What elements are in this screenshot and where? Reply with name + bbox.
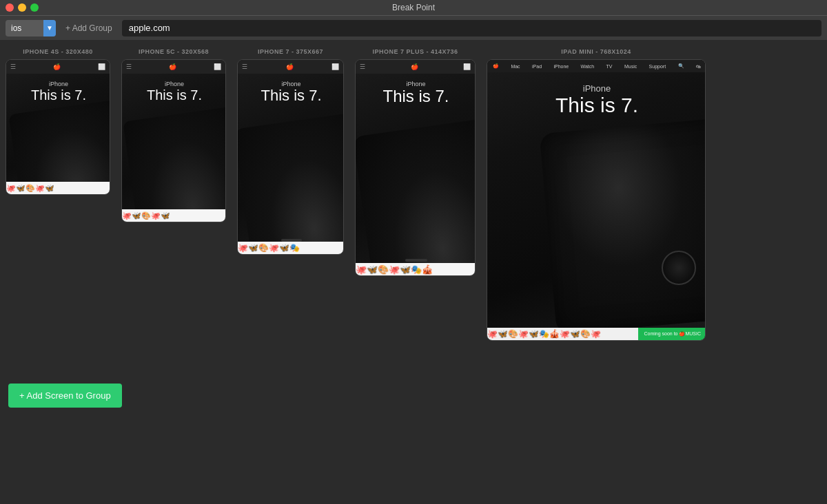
main-content: IPHONE 4S - 320X480 ☰ 🍎 ⬜ iPhone This is… — [0, 40, 827, 504]
device-col-iphone7: IPHONE 7 - 375X667 ☰ 🍎 ⬜ iPhone This is … — [237, 48, 344, 255]
device-label-iphone7plus: IPHONE 7 PLUS - 414X736 — [372, 48, 458, 55]
url-input[interactable] — [122, 20, 821, 36]
platform-selector[interactable]: ios android desktop ▼ — [6, 20, 56, 36]
nav-mac: Mac — [511, 64, 520, 69]
nav-apple-logo: 🍎 — [493, 63, 499, 69]
iphone-headline-iphone4s: iPhone This is 7. — [31, 74, 86, 103]
coming-soon-text: Coming soon to 🍎MUSIC — [644, 331, 701, 337]
nav-ipad: iPad — [532, 64, 542, 69]
apple-nav-ipadmini: 🍎 Mac iPad iPhone Watch TV Music Support… — [487, 60, 706, 72]
nav-music: Music — [624, 64, 637, 69]
apple-bg-iphone7: iPhone This is 7. 🐙🦋🎨🐙🦋🎭 — [238, 74, 344, 254]
device-screen-iphone7plus: iPhone This is 7. 🐙🦋🎨🐙🦋🎭🎪 — [356, 74, 476, 275]
iphone-text-iphone4s: iPhone — [31, 81, 86, 87]
iphone-headline-iphone5c: iPhone This is 7. — [147, 74, 202, 103]
device-screen-ipadmini: 🍎 Mac iPad iPhone Watch TV Music Support… — [487, 60, 706, 340]
maximize-button[interactable] — [30, 3, 39, 12]
apple-bg-iphone5c: iPhone This is 7. 🐙🦋🎨🐙🦋 — [122, 74, 226, 222]
coming-soon-bar: Coming soon to 🍎MUSIC — [638, 328, 706, 340]
add-group-button[interactable]: + Add Group — [61, 23, 116, 33]
device-label-iphone4s: IPHONE 4S - 320X480 — [23, 48, 93, 55]
bottom-stripe-iphone4s: 🐙🦋🎨🐙🦋 — [6, 182, 110, 194]
minimize-button[interactable] — [18, 3, 26, 12]
select-arrow-icon: ▼ — [43, 20, 56, 36]
device-topbar-iphone4s: ☰ 🍎 ⬜ — [6, 60, 110, 74]
titlebar: Break Point — [0, 0, 827, 15]
ipad-headline-line2: This is 7. — [487, 94, 706, 116]
emoji-strip-ipadmini: 🐙🦋🎨🐙🦋🎭🎪🐙🦋🎨🐙 — [487, 328, 638, 340]
nav-watch: Watch — [581, 64, 595, 69]
device-frame-iphone5c: ☰ 🍎 ⬜ iPhone This is 7. 🐙🦋🎨🐙🦋 — [121, 59, 226, 222]
device-col-iphone4s: IPHONE 4S - 320X480 ☰ 🍎 ⬜ iPhone This is… — [6, 48, 110, 195]
nav-search: 🔍 — [678, 63, 684, 69]
nav-support: Support — [649, 64, 666, 69]
platform-select[interactable]: ios android desktop — [6, 23, 43, 33]
apple-bg-iphone7plus: iPhone This is 7. 🐙🦋🎨🐙🦋🎭🎪 — [356, 74, 476, 275]
device-col-ipadmini: IPAD MINI - 768X1024 🍎 Mac iPad iPhone W… — [487, 48, 706, 341]
device-col-iphone5c: IPHONE 5C - 320X568 ☰ 🍎 ⬜ iPhone This is… — [121, 48, 226, 222]
bottom-bar-ipadmini: 🐙🦋🎨🐙🦋🎭🎪🐙🦋🎨🐙 Coming soon to 🍎MUSIC — [487, 328, 706, 340]
device-screen-iphone5c: iPhone This is 7. 🐙🦋🎨🐙🦋 — [122, 74, 226, 222]
device-col-iphone7plus: IPHONE 7 PLUS - 414X736 ☰ 🍎 ⬜ iPhone Thi… — [355, 48, 476, 276]
device-label-iphone5c: IPHONE 5C - 320X568 — [139, 48, 209, 55]
nav-cart: 🛍 — [696, 64, 701, 69]
ipad-headline-line1: iPhone — [487, 83, 706, 94]
device-frame-iphone4s: ☰ 🍎 ⬜ iPhone This is 7. 🐙🦋🎨🐙🦋 — [6, 59, 110, 195]
device-topbar-iphone7plus: ☰ 🍎 ⬜ — [356, 60, 475, 74]
bottom-stripe-iphone7plus: 🐙🦋🎨🐙🦋🎭🎪 — [356, 263, 476, 275]
iphone-headline-iphone7plus: iPhone This is 7. — [382, 74, 449, 105]
add-screen-button[interactable]: + Add Screen to Group — [8, 384, 122, 408]
nav-iphone: iPhone — [553, 64, 569, 69]
iphone-text2-iphone7: This is 7. — [261, 87, 321, 104]
device-topbar-iphone5c: ☰ 🍎 ⬜ — [122, 60, 225, 74]
device-frame-ipadmini: 🍎 Mac iPad iPhone Watch TV Music Support… — [487, 59, 706, 341]
iphone-headline-iphone7: iPhone This is 7. — [261, 74, 321, 104]
iphone-text2-iphone4s: This is 7. — [31, 87, 86, 103]
device-frame-iphone7: ☰ 🍎 ⬜ iPhone This is 7. 🐙🦋🎨🐙🦋🎭 — [237, 59, 344, 255]
iphone-text2-iphone7plus: This is 7. — [382, 87, 449, 105]
iphone-text-iphone5c: iPhone — [147, 81, 202, 87]
nav-tv: TV — [606, 64, 613, 69]
device-screen-iphone4s: iPhone This is 7. 🐙🦋🎨🐙🦋 — [6, 74, 110, 194]
toolbar: ios android desktop ▼ + Add Group — [0, 15, 827, 40]
traffic-lights — [6, 3, 39, 12]
window-title: Break Point — [392, 3, 435, 12]
device-screen-iphone7: iPhone This is 7. 🐙🦋🎨🐙🦋🎭 — [238, 74, 344, 254]
apple-bg-iphone4s: iPhone This is 7. 🐙🦋🎨🐙🦋 — [6, 74, 110, 194]
device-label-iphone7: IPHONE 7 - 375X667 — [258, 48, 323, 55]
iphone-text2-iphone5c: This is 7. — [147, 87, 202, 103]
device-topbar-iphone7: ☰ 🍎 ⬜ — [238, 60, 343, 74]
bottom-stripe-iphone7: 🐙🦋🎨🐙🦋🎭 — [238, 242, 344, 254]
device-frame-iphone7plus: ☰ 🍎 ⬜ iPhone This is 7. 🐙🦋🎨🐙🦋🎭🎪 — [355, 59, 476, 276]
close-button[interactable] — [6, 3, 14, 12]
device-label-ipadmini: IPAD MINI - 768X1024 — [561, 48, 631, 55]
bottom-stripe-iphone5c: 🐙🦋🎨🐙🦋 — [122, 209, 226, 222]
